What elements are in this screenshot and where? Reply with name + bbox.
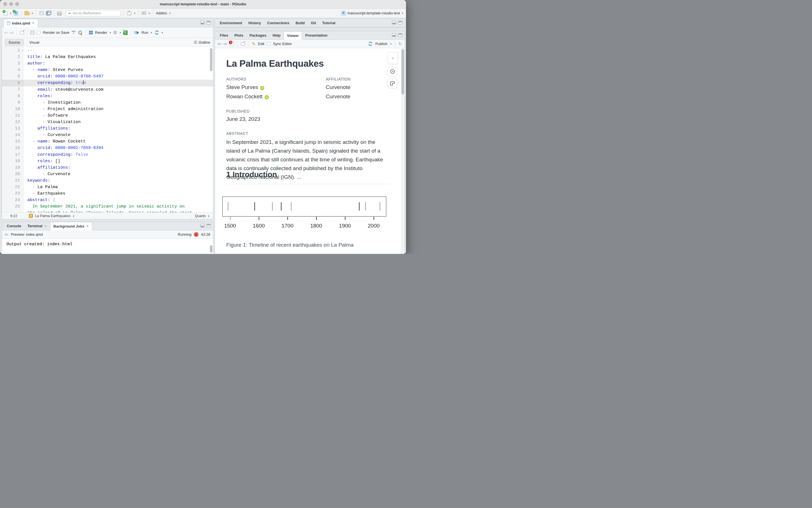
save-document-icon[interactable]	[31, 31, 35, 35]
open-in-new-window-icon[interactable]	[20, 31, 24, 34]
format-selector[interactable]: Quarto ▲▼	[191, 213, 213, 219]
viewer-back-icon[interactable]: ⇦	[217, 41, 221, 46]
code-line-2[interactable]: 2title: La Palma Earthquakes	[2, 54, 213, 60]
open-recent-dropdown[interactable]: ▾	[32, 12, 33, 15]
tab-plots[interactable]: Plots	[231, 31, 247, 39]
tab-files[interactable]: Files	[217, 31, 231, 39]
save-button[interactable]	[39, 10, 44, 16]
maximize-console-icon[interactable]	[206, 224, 211, 227]
job-back-icon[interactable]: ⇦	[5, 232, 8, 237]
viewer-scrollbar-track[interactable]	[401, 48, 405, 254]
maximize-pane-icon[interactable]	[206, 21, 211, 25]
code-line-7[interactable]: 7 email: steve@curvenote.com	[2, 86, 213, 93]
orcid-icon[interactable]: iD	[265, 95, 269, 99]
project-selector[interactable]: R manuscript-template-rstudio-test ▾	[341, 11, 403, 15]
tab-tutorial[interactable]: Tutorial	[319, 19, 339, 27]
tab-packages[interactable]: Packages	[246, 31, 269, 39]
open-file-button[interactable]	[25, 10, 30, 16]
workspace-panes-button[interactable]	[141, 10, 147, 16]
refresh-viewer-icon[interactable]: ↻	[398, 41, 402, 46]
new-project-button[interactable]: R+	[13, 10, 18, 16]
code-line-11[interactable]: 11 - Software	[2, 112, 213, 119]
maximize-env-pane-icon[interactable]	[398, 21, 402, 25]
code-line-17[interactable]: 17 corresponding: false	[2, 152, 213, 158]
collapse-panel-button[interactable]: ‹	[388, 52, 398, 64]
tab-terminal[interactable]: Terminal✕	[24, 222, 50, 230]
new-file-button[interactable]: +	[3, 10, 8, 16]
orcid-icon[interactable]: iD	[260, 86, 264, 90]
rerun-icon[interactable]	[154, 30, 159, 35]
clear-viewer-icon[interactable]	[230, 42, 234, 46]
code-line-5[interactable]: 5 orcid: 0000-0002-0760-5497	[2, 73, 213, 80]
tab-presentation[interactable]: Presentation	[302, 31, 330, 39]
code-line-18[interactable]: 18 roles: []	[2, 158, 213, 164]
code-line-23[interactable]: 23 - Earthquakes	[2, 190, 213, 197]
tab-connections[interactable]: Connections	[264, 19, 292, 27]
code-line-4[interactable]: 4 - name: Steve Purves	[2, 67, 213, 73]
tab-console[interactable]: Console	[4, 222, 24, 230]
minimize-pane-icon[interactable]	[200, 21, 205, 25]
console-scrollbar[interactable]	[210, 245, 212, 253]
code-line-16[interactable]: 16 orcid: 0000-0002-7859-8394	[2, 145, 213, 151]
addins-menu[interactable]: Addins	[156, 11, 167, 15]
code-line-14[interactable]: 14 - Curvenote	[2, 132, 213, 138]
code-editor[interactable]: 1▾---2title: La Palma Earthquakes3author…	[2, 47, 213, 212]
tab-viewer[interactable]: Viewer	[284, 31, 302, 40]
render-dropdown[interactable]: ▾	[110, 31, 111, 34]
search-icon[interactable]	[78, 31, 83, 35]
code-line-13[interactable]: 13 affiliations:	[2, 125, 213, 132]
scope-sorter-icon[interactable]: ▲▼	[72, 215, 74, 217]
version-control-dropdown[interactable]: ▾	[134, 12, 135, 15]
close-tab-icon[interactable]: ✕	[44, 224, 47, 228]
visibility-button[interactable]	[388, 67, 397, 76]
code-line-24[interactable]: 24abstract: |	[2, 197, 213, 203]
publish-dropdown[interactable]: ▾	[390, 43, 392, 45]
close-tab-icon[interactable]: ✕	[86, 224, 89, 228]
render-on-save-checkbox[interactable]	[37, 31, 41, 34]
code-line-15[interactable]: 15 - name: Rowan Cockett	[2, 138, 213, 145]
editor-scrollbar[interactable]	[210, 48, 212, 71]
code-line-1[interactable]: 1▾---	[2, 47, 213, 54]
sync-editor-checkbox[interactable]	[267, 42, 271, 46]
scope-label[interactable]: La Palma Earthquakes	[35, 214, 71, 218]
code-line-19[interactable]: 19 affiliations:	[2, 164, 213, 171]
maximize-viewer-icon[interactable]	[398, 33, 402, 37]
code-line-3[interactable]: 3author:	[2, 60, 213, 67]
print-button[interactable]	[57, 10, 62, 16]
back-icon[interactable]: ⇦	[4, 30, 8, 35]
code-line-wrap[interactable]: the island of La Palma (Canary Islands, …	[2, 210, 213, 212]
code-line-20[interactable]: 20 - Curvenote	[2, 171, 213, 177]
code-line-10[interactable]: 10 - Project administration	[2, 106, 213, 112]
stop-job-icon[interactable]	[194, 232, 198, 237]
viewer-forward-icon[interactable]: ⇨	[224, 41, 228, 46]
code-line-8[interactable]: 8 roles:	[2, 93, 213, 99]
addins-dropdown[interactable]: ▾	[169, 12, 171, 15]
code-line-22[interactable]: 22 - La Palma	[2, 184, 213, 190]
outline-toggle[interactable]: Outline	[194, 40, 210, 44]
version-control-button[interactable]: +−	[127, 10, 132, 16]
tab-visual-mode[interactable]: Visual	[26, 39, 43, 45]
code-line-12[interactable]: 12 - Visualization	[2, 119, 213, 125]
tab-source-mode[interactable]: Source	[5, 39, 24, 46]
code-line-6[interactable]: 6 corresponding: true	[2, 80, 213, 86]
close-tab-icon[interactable]: ✕	[32, 21, 35, 25]
options-dropdown[interactable]: ▾	[120, 31, 121, 34]
spellcheck-icon[interactable]: ABC✓	[72, 31, 76, 35]
open-in-browser-icon[interactable]	[241, 42, 245, 46]
publish-button[interactable]: Publish	[375, 42, 388, 46]
save-all-button[interactable]	[46, 10, 51, 16]
gear-icon[interactable]: ⚙	[113, 31, 117, 35]
new-file-dropdown[interactable]: ▾	[10, 12, 11, 15]
render-button[interactable]: Render	[95, 31, 107, 35]
tab-build[interactable]: Build	[292, 19, 308, 27]
tab-environment[interactable]: Environment	[217, 19, 245, 27]
rerun-dropdown[interactable]: ▾	[162, 31, 163, 34]
forward-icon[interactable]: ⇨	[10, 30, 14, 35]
restore-env-pane-icon[interactable]	[392, 21, 396, 25]
run-dropdown[interactable]: ▾	[151, 31, 152, 34]
code-line-9[interactable]: 9 - Investigation	[2, 99, 213, 106]
viewer-scrollbar-thumb[interactable]	[402, 49, 404, 94]
tab-git[interactable]: Git	[308, 19, 319, 27]
edit-button[interactable]: Edit	[258, 42, 264, 46]
tab-background-jobs[interactable]: Background Jobs✕	[50, 222, 92, 230]
